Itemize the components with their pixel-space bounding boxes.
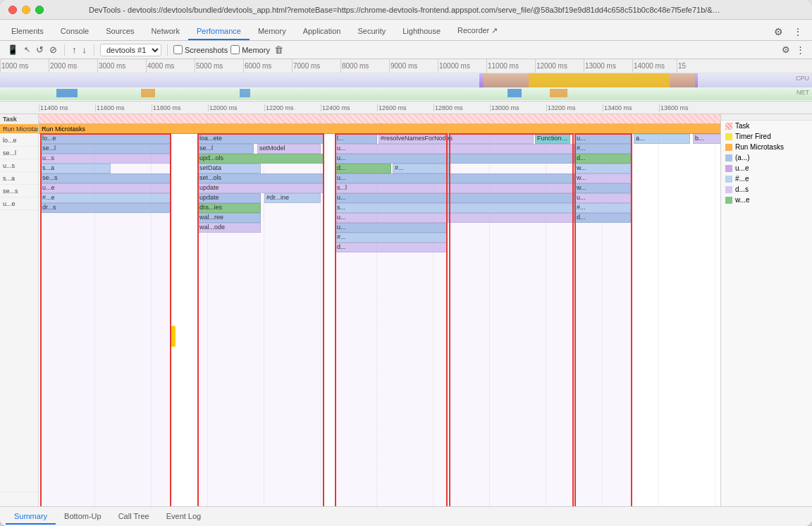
detail-tick-8: 13000 ms [490,104,519,111]
legend-timer: Timer Fired [721,131,812,142]
legend-task-color [725,123,732,130]
performance-panel: 1000 ms 2000 ms 3000 ms 4000 ms 5000 ms … [0,59,812,526]
legend-ds-label: d...s [735,185,749,193]
detail-tick-4: 12200 ms [264,104,294,111]
overview-selection[interactable] [484,73,695,87]
sep2 [94,44,94,56]
tab-call-tree[interactable]: Call Tree [110,509,158,525]
minimize-button[interactable] [22,6,30,14]
legend-ds: d...s [721,184,812,195]
legend-microtasks-label: Run Microtasks [735,143,784,151]
legend-hashe-label: #...e [735,175,749,183]
inspect-icon[interactable]: 📱 [6,43,20,56]
more-options-icon[interactable]: ⋮ [789,23,806,40]
legend-hashe: #...e [721,173,812,184]
tab-performance[interactable]: Performance [188,23,250,40]
ruler-tick-4: 5000 ms [195,59,223,73]
timeline-ruler: 1000 ms 2000 ms 3000 ms 4000 ms 5000 ms … [0,59,812,73]
trash-icon[interactable]: 🗑 [273,43,285,56]
flame-label-ue: u...e [0,197,38,210]
reload-icon[interactable]: ↺ [35,43,45,56]
legend-a-color [725,154,732,161]
ruler-tick-12: 13000 ms [584,59,616,73]
run-microtasks-label: Run Microtasks [0,124,38,134]
legend-hashe-color [725,176,732,183]
cpu-overview: CPU [0,73,812,87]
tab-elements[interactable]: Elements [3,23,52,40]
sep3 [167,44,168,56]
traffic-lights [8,6,44,14]
memory-checkbox[interactable] [230,45,240,54]
block-b4[interactable]: b... [693,134,720,144]
ruler-tick-11: 12000 ms [535,59,567,73]
close-button[interactable] [8,6,17,14]
sep1 [64,44,65,56]
detail-tick-5: 12400 ms [321,104,350,111]
screenshots-label: Screenshots [185,46,228,54]
block-a4[interactable]: a... [634,134,690,144]
tab-summary[interactable]: Summary [6,509,56,525]
device-selector[interactable]: devtools #1 [100,44,161,56]
upload-icon[interactable]: ↑ [70,43,78,56]
screenshots-checkbox[interactable] [173,45,183,54]
legend-ue: u...e [721,163,812,173]
overview-timeline[interactable]: 1000 ms 2000 ms 3000 ms 4000 ms 5000 ms … [0,59,812,102]
legend-we: w...e [721,195,812,205]
flame-canvas[interactable]: Run Microtasks lo...e se...l u...s s...a… [39,114,720,506]
legend-ue-color [725,165,732,172]
purple-area-3b [449,134,572,506]
devtools-window: DevTools - devtools://devtools/bundled/d… [0,0,812,526]
run-microtasks-bar: Run Microtasks [39,124,720,134]
legend-header [721,114,812,121]
yellow-marker [171,326,176,347]
clear-icon[interactable]: ⊘ [48,43,59,56]
legend-a: (a...) [721,152,812,163]
tab-bottom-up[interactable]: Bottom-Up [56,509,110,525]
detail-tick-10: 13400 ms [603,104,632,111]
tab-security[interactable]: Security [349,23,394,40]
ruler-tick-8: 9000 ms [389,59,417,73]
tab-sources[interactable]: Sources [97,23,142,40]
tab-event-log[interactable]: Event Log [158,509,210,525]
ruler-tick-10: 11000 ms [486,59,519,73]
flame-label-sa: s...a [0,172,38,185]
legend-we-label: w...e [735,196,750,204]
ruler-tick-0: 1000 ms [0,59,28,73]
tab-network[interactable]: Network [143,23,188,40]
ruler-tick-13: 14000 ms [632,59,665,73]
tab-memory[interactable]: Memory [250,23,295,40]
download-icon[interactable]: ↓ [81,43,89,56]
ruler-tick-5: 6000 ms [243,59,271,73]
legend-timer-color [725,133,732,140]
ruler-tick-9: 10000 ms [438,59,470,73]
more-icon[interactable]: ⋮ [794,43,806,56]
secondary-toolbar: 📱 ↖ ↺ ⊘ ↑ ↓ devtools #1 Screenshots Memo… [0,41,812,59]
legend-microtasks-color [725,144,732,151]
settings-icon[interactable]: ⚙ [770,23,787,40]
flame-label-sel: se...l [0,147,38,159]
ruler-tick-2: 3000 ms [97,59,125,73]
flame-chart[interactable]: Task Run Microtasks lo...e se...l u...s … [0,114,720,506]
detail-area: 11400 ms 11600 ms 11800 ms 12000 ms 1220… [0,102,812,506]
legend-a-label: (a...) [735,154,750,161]
purple-area-1 [40,134,171,506]
ruler-tick-6: 7000 ms [292,59,320,73]
purple-area-2 [197,134,324,506]
legend-microtasks: Run Microtasks [721,142,812,152]
tab-console[interactable]: Console [52,23,97,40]
maximize-button[interactable] [35,6,44,14]
task-label: Task [0,114,38,124]
gear-icon[interactable]: ⚙ [780,43,792,56]
ruler-tick-3: 4000 ms [146,59,174,73]
cursor-icon[interactable]: ↖ [23,44,32,56]
ruler-tick-7: 8000 ms [340,59,369,73]
tab-lighthouse[interactable]: Lighthouse [394,23,449,40]
memory-checkbox-label: Memory [230,45,270,54]
main-tab-bar: Elements Console Sources Network Perform… [0,20,812,41]
task-header-bar [39,114,720,124]
tab-recorder[interactable]: Recorder ↗ [449,23,506,40]
tab-application[interactable]: Application [295,23,350,40]
ruler-tick-1: 2000 ms [49,59,77,73]
detail-tick-9: 13200 ms [546,104,576,111]
titlebar: DevTools - devtools://devtools/bundled/d… [0,0,812,20]
